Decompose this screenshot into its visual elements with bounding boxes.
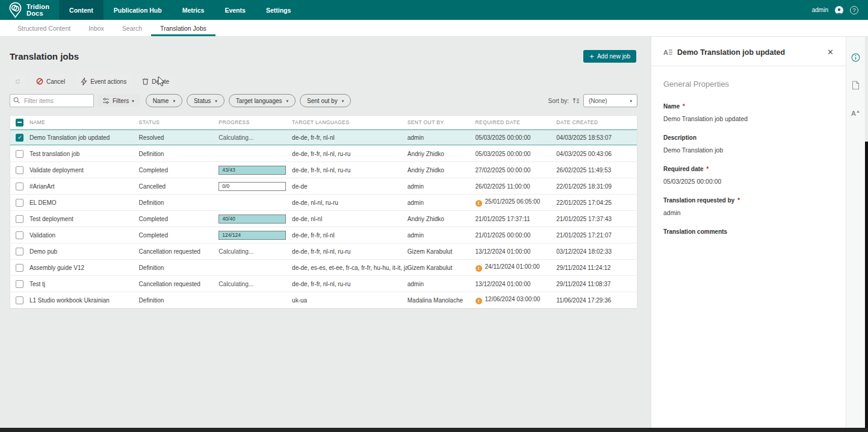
pill-label: Sent out by xyxy=(307,98,338,104)
cell-required-date: 05/03/2025 00:00:00 xyxy=(476,134,557,141)
text-settings-icon[interactable]: A▲ xyxy=(850,107,862,119)
mouse-cursor xyxy=(158,76,166,87)
svg-text:A: A xyxy=(663,49,668,56)
search-icon xyxy=(13,97,20,104)
column-header-5[interactable]: REQUIRED DATE xyxy=(476,119,557,125)
cell-progress: 43/43 xyxy=(219,166,292,175)
cell-sent-out-by: Gizem Karabulut xyxy=(408,265,476,271)
field-value: Demo Translation job updated xyxy=(663,115,834,122)
table-row[interactable]: EL DEMODefinitionde-de, nl-nl, ru-ruadmi… xyxy=(10,195,637,211)
cell-status: Definition xyxy=(139,151,219,157)
table-row[interactable]: Demo pubCancellation requestedCalculatin… xyxy=(10,243,637,260)
section-title: General Properties xyxy=(663,80,834,89)
filter-pill-name[interactable]: Name▾ xyxy=(146,94,182,107)
table-row[interactable]: #ArianArtCancelled0/0de-deadmin26/02/202… xyxy=(10,178,637,195)
table-row[interactable]: ValidationCompleted124/124de-de, fr-fr, … xyxy=(10,227,637,243)
help-icon[interactable]: ? xyxy=(850,6,858,14)
row-checkbox[interactable] xyxy=(16,215,23,223)
cell-required-date: 21/01/2025 17:37:11 xyxy=(476,216,557,222)
column-header-6[interactable]: DATE CREATED xyxy=(556,119,637,125)
user-avatar-icon[interactable] xyxy=(835,6,843,14)
cell-target-languages: de-de, es-es, et-ee, fr-ca, fr-fr, hu-hu… xyxy=(292,265,408,271)
event-actions-button[interactable]: Event actions xyxy=(75,75,132,88)
sort-select[interactable]: (None) ▾ xyxy=(583,94,637,107)
column-header-4[interactable]: SENT OUT BY xyxy=(408,119,476,125)
cancel-button[interactable]: Cancel xyxy=(31,75,70,88)
topnav-item-events[interactable]: Events xyxy=(214,0,255,20)
select-all-checkbox[interactable] xyxy=(16,119,23,127)
required-date-text: 25/01/2025 06:05:00 xyxy=(485,198,541,205)
cell-date-created: 29/11/2024 11:08:37 xyxy=(556,281,637,287)
cell-required-date: 13/12/2024 01:00:00 xyxy=(476,248,557,255)
column-header-3[interactable]: TARGET LANGUAGES xyxy=(292,119,408,125)
row-checkbox[interactable] xyxy=(16,166,23,174)
sort-icon[interactable] xyxy=(572,97,580,104)
row-checkbox-cell xyxy=(10,166,29,174)
cell-date-created: 22/01/2025 17:04:25 xyxy=(556,199,637,206)
topnav-item-settings[interactable]: Settings xyxy=(256,0,301,20)
table-row[interactable]: Test translation jobDefinitionde-de, fr-… xyxy=(10,146,637,162)
warning-icon: ! xyxy=(476,200,482,207)
table-row[interactable]: Test deploymentCompleted40/40de-de, nl-n… xyxy=(10,211,637,227)
pill-label: Target languages xyxy=(236,98,282,104)
close-icon[interactable]: ✕ xyxy=(825,48,836,57)
cell-target-languages: de-de, fr-fr, nl-nl, ru-ru xyxy=(292,248,408,255)
filter-bar: Filters ▾ Name▾Status▾Target languages▾S… xyxy=(10,94,637,107)
row-checkbox[interactable] xyxy=(16,280,23,288)
delete-icon xyxy=(142,78,149,85)
cell-name: Validation xyxy=(29,232,139,239)
tab-structured-content[interactable]: Structured Content xyxy=(8,20,79,36)
table-row[interactable]: Demo Translation job updatedResolvedCalc… xyxy=(10,130,637,146)
pill-label: Name xyxy=(153,98,169,104)
progress-text: 40/40 xyxy=(222,216,235,222)
row-checkbox[interactable] xyxy=(16,264,23,272)
progress-text: 0/0 xyxy=(222,183,229,189)
topnav-item-content[interactable]: Content xyxy=(59,0,104,20)
delete-button[interactable]: Delete xyxy=(137,75,175,88)
required-date-text: 24/11/2024 01:00:00 xyxy=(485,263,540,270)
info-icon[interactable] xyxy=(850,51,862,63)
column-header-0[interactable]: NAME xyxy=(29,119,139,125)
row-checkbox[interactable] xyxy=(16,183,23,190)
top-navigation-bar: Tridion Docs ContentPublication HubMetri… xyxy=(0,0,868,20)
row-checkbox-cell xyxy=(10,183,29,190)
tab-inbox[interactable]: Inbox xyxy=(79,20,113,36)
tab-translation-jobs[interactable]: Translation Jobs xyxy=(151,20,215,36)
filter-pill-target-languages[interactable]: Target languages▾ xyxy=(229,94,296,107)
required-asterisk: * xyxy=(736,197,740,204)
cell-target-languages: de-de, nl-nl xyxy=(292,216,408,222)
topnav-item-metrics[interactable]: Metrics xyxy=(172,0,215,20)
table-row[interactable]: Validate deploymentCompleted43/43de-de, … xyxy=(10,162,637,178)
table-row[interactable]: L1 Studio workbook UkrainianDefinitionuk… xyxy=(10,292,637,308)
refresh-button[interactable] xyxy=(10,75,26,88)
tab-search[interactable]: Search xyxy=(113,20,151,36)
filters-button[interactable]: Filters ▾ xyxy=(97,94,140,107)
row-checkbox[interactable] xyxy=(16,150,23,158)
table-body: Demo Translation job updatedResolvedCalc… xyxy=(10,130,637,308)
filter-pill-sent-out-by[interactable]: Sent out by▾ xyxy=(300,94,351,107)
document-icon[interactable] xyxy=(850,79,862,91)
panel-header: A Demo Translation job updated ✕ xyxy=(651,37,846,66)
cell-status: Cancellation requested xyxy=(139,281,219,287)
cell-name: Test tj xyxy=(29,281,139,287)
cell-date-created: 26/02/2025 11:49:53 xyxy=(556,167,637,174)
filter-items-input[interactable] xyxy=(10,94,94,107)
screen-edge-bottom xyxy=(0,428,868,432)
row-checkbox[interactable] xyxy=(16,134,23,142)
table-row[interactable]: Test tjCancellation requestedCalculating… xyxy=(10,276,637,292)
row-checkbox[interactable] xyxy=(16,199,23,207)
row-checkbox[interactable] xyxy=(16,296,23,304)
panel-icon-rail: A▲ xyxy=(846,37,865,428)
cell-sent-out-by: Andriy Zhidko xyxy=(408,167,476,174)
filter-sliders-icon xyxy=(102,98,110,104)
row-checkbox[interactable] xyxy=(16,248,23,255)
column-header-1[interactable]: STATUS xyxy=(139,119,219,125)
app-logo[interactable]: Tridion Docs xyxy=(0,0,59,20)
filter-pill-status[interactable]: Status▾ xyxy=(187,94,225,107)
topnav-item-publication-hub[interactable]: Publication Hub xyxy=(104,0,172,20)
row-checkbox[interactable] xyxy=(16,231,23,239)
table-row[interactable]: Assembly guide V12Definitionde-de, es-es… xyxy=(10,260,637,276)
add-new-job-button[interactable]: + Add new job xyxy=(583,50,636,63)
column-header-2[interactable]: PROGRESS xyxy=(219,119,292,125)
chevron-down-icon: ▾ xyxy=(132,99,134,103)
